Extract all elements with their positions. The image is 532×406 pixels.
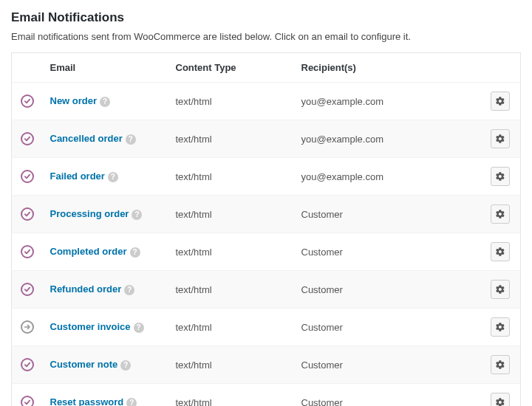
help-icon[interactable]: ? — [108, 172, 118, 182]
status-enabled-icon — [21, 283, 34, 296]
help-icon[interactable]: ? — [126, 134, 136, 145]
table-row: Refunded order?text/htmlCustomer — [12, 271, 521, 309]
action-cell — [482, 158, 521, 196]
email-link[interactable]: Customer invoice — [50, 321, 131, 332]
col-header-content-type: Content Type — [168, 53, 294, 83]
content-type-cell: text/html — [168, 233, 294, 271]
gear-icon — [495, 134, 505, 144]
email-link[interactable]: New order — [50, 95, 98, 106]
status-enabled-icon — [21, 207, 34, 221]
configure-button[interactable] — [491, 393, 510, 406]
action-cell — [482, 233, 521, 271]
gear-icon — [495, 247, 505, 257]
configure-button[interactable] — [491, 280, 510, 299]
content-type-cell: text/html — [168, 196, 294, 233]
action-cell — [482, 196, 521, 233]
status-manual-icon — [21, 320, 34, 334]
table-row: Processing order?text/htmlCustomer — [12, 196, 521, 233]
content-type-cell: text/html — [168, 384, 294, 407]
email-name-cell: Cancelled order? — [43, 120, 168, 158]
gear-icon — [495, 359, 505, 370]
status-cell — [12, 158, 43, 196]
status-cell — [12, 346, 43, 384]
email-link[interactable]: Refunded order — [50, 283, 122, 295]
gear-icon — [495, 209, 505, 219]
status-enabled-icon — [21, 396, 34, 406]
help-icon[interactable]: ? — [134, 323, 144, 333]
content-type-cell: text/html — [168, 83, 294, 120]
page-description: Email notifications sent from WooCommerc… — [11, 31, 521, 42]
status-enabled-icon — [21, 170, 34, 183]
configure-button[interactable] — [491, 167, 510, 186]
content-type-cell: text/html — [168, 158, 294, 196]
status-cell — [12, 271, 43, 309]
help-icon[interactable]: ? — [120, 360, 131, 371]
page-title: Email Notifications — [11, 10, 521, 25]
recipients-cell: Customer — [294, 384, 482, 407]
email-name-cell: Customer note? — [43, 346, 168, 384]
email-notifications-table: Email Content Type Recipient(s) New orde… — [11, 52, 521, 406]
email-link[interactable]: Failed order — [50, 171, 105, 182]
email-name-cell: Refunded order? — [43, 271, 168, 309]
status-cell — [12, 309, 43, 346]
configure-button[interactable] — [491, 317, 510, 337]
email-link[interactable]: Customer note — [50, 359, 118, 370]
action-cell — [482, 83, 521, 120]
help-icon[interactable]: ? — [100, 97, 110, 107]
configure-button[interactable] — [491, 129, 510, 148]
status-enabled-icon — [21, 245, 34, 258]
action-cell — [482, 271, 521, 309]
configure-button[interactable] — [491, 92, 510, 111]
email-name-cell: Failed order? — [43, 158, 168, 196]
help-icon[interactable]: ? — [124, 285, 134, 295]
email-link[interactable]: Reset password — [50, 396, 124, 406]
table-row: Failed order?text/htmlyou@example.com — [12, 158, 521, 196]
content-type-cell: text/html — [168, 346, 294, 384]
table-row: Customer invoice?text/htmlCustomer — [12, 309, 521, 346]
table-row: Customer note?text/htmlCustomer — [12, 346, 521, 384]
gear-icon — [495, 397, 505, 406]
email-name-cell: Processing order? — [43, 196, 168, 233]
recipients-cell: Customer — [294, 309, 482, 346]
col-header-recipients: Recipient(s) — [294, 53, 482, 83]
gear-icon — [495, 322, 505, 332]
col-header-status — [12, 53, 43, 83]
table-row: Reset password?text/htmlCustomer — [12, 384, 521, 407]
table-header-row: Email Content Type Recipient(s) — [12, 53, 521, 83]
table-row: New order?text/htmlyou@example.com — [12, 83, 521, 120]
table-row: Cancelled order?text/htmlyou@example.com — [12, 120, 521, 158]
help-icon[interactable]: ? — [130, 247, 140, 258]
status-cell — [12, 384, 43, 407]
content-type-cell: text/html — [168, 309, 294, 346]
content-type-cell: text/html — [168, 271, 294, 309]
status-enabled-icon — [21, 358, 34, 371]
email-name-cell: Completed order? — [43, 233, 168, 271]
email-link[interactable]: Processing order — [50, 208, 129, 219]
status-enabled-icon — [21, 132, 34, 145]
configure-button[interactable] — [491, 204, 510, 224]
email-link[interactable]: Completed order — [50, 246, 127, 257]
email-name-cell: New order? — [43, 83, 168, 120]
status-cell — [12, 120, 43, 158]
email-link[interactable]: Cancelled order — [50, 133, 123, 144]
configure-button[interactable] — [491, 242, 510, 261]
action-cell — [482, 384, 521, 407]
configure-button[interactable] — [491, 355, 510, 374]
recipients-cell: you@example.com — [294, 158, 482, 196]
gear-icon — [495, 96, 505, 106]
help-icon[interactable]: ? — [126, 398, 137, 406]
content-type-cell: text/html — [168, 120, 294, 158]
gear-icon — [495, 171, 505, 182]
status-cell — [12, 233, 43, 271]
table-row: Completed order?text/htmlCustomer — [12, 233, 521, 271]
gear-icon — [495, 284, 505, 295]
status-cell — [12, 83, 43, 120]
col-header-email: Email — [43, 53, 168, 83]
status-cell — [12, 196, 43, 233]
status-enabled-icon — [21, 94, 34, 108]
recipients-cell: Customer — [294, 233, 482, 271]
help-icon[interactable]: ? — [132, 210, 142, 220]
email-name-cell: Customer invoice? — [43, 309, 168, 346]
col-header-action — [482, 53, 521, 83]
recipients-cell: Customer — [294, 196, 482, 233]
